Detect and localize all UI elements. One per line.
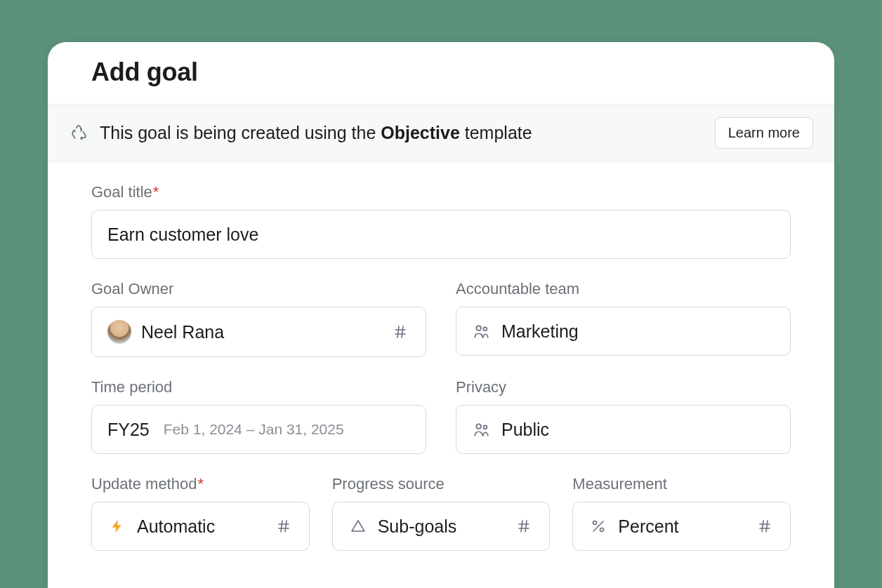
add-goal-modal: Add goal This goal is being created usin… (48, 42, 834, 588)
svg-line-11 (285, 521, 287, 532)
svg-line-10 (281, 521, 282, 532)
hash-icon (274, 516, 294, 536)
modal-title: Add goal (91, 58, 791, 87)
privacy-select[interactable]: Public (456, 405, 791, 454)
svg-line-14 (521, 521, 522, 532)
svg-point-18 (600, 528, 604, 532)
time-period-label: Time period (91, 378, 426, 396)
time-period-select[interactable]: FY25 Feb 1, 2024 – Jan 31, 2025 (91, 405, 426, 454)
svg-point-6 (476, 424, 481, 429)
hash-icon (514, 516, 534, 536)
learn-more-button[interactable]: Learn more (715, 117, 813, 149)
goal-title-input[interactable]: Earn customer love (91, 210, 791, 259)
goal-owner-select[interactable]: Neel Rana (91, 307, 426, 357)
progress-source-select[interactable]: Sub-goals (332, 502, 551, 551)
modal-header: Add goal (48, 42, 834, 104)
svg-line-2 (397, 326, 399, 338)
progress-source-label: Progress source (332, 475, 551, 493)
bolt-icon (107, 516, 127, 536)
avatar (107, 320, 131, 344)
people-icon (472, 321, 492, 341)
banner-text: This goal is being created using the Obj… (100, 121, 704, 145)
percent-icon (588, 516, 608, 536)
svg-point-17 (593, 521, 597, 525)
goal-title-label: Goal title* (91, 183, 791, 201)
hash-icon (390, 322, 410, 342)
goal-owner-label: Goal Owner (91, 280, 426, 298)
privacy-label: Privacy (456, 378, 791, 396)
svg-point-7 (483, 425, 487, 429)
people-icon (472, 420, 492, 439)
recycle-triangle-icon (69, 123, 88, 143)
measurement-label: Measurement (572, 475, 791, 493)
update-method-select[interactable]: Automatic (91, 502, 310, 551)
svg-point-5 (483, 327, 487, 330)
svg-line-16 (593, 521, 603, 531)
accountable-team-label: Accountable team (456, 280, 791, 298)
svg-line-3 (402, 326, 403, 338)
accountable-team-select[interactable]: Marketing (456, 307, 791, 356)
update-method-label: Update method* (91, 475, 310, 493)
form-area: Goal title* Earn customer love Goal Owne… (48, 162, 834, 572)
svg-point-4 (476, 326, 481, 330)
svg-line-22 (766, 521, 768, 532)
triangle-icon (348, 516, 368, 536)
svg-line-21 (762, 521, 763, 532)
template-banner: This goal is being created using the Obj… (48, 104, 834, 162)
measurement-select[interactable]: Percent (572, 502, 791, 551)
svg-line-15 (525, 521, 527, 532)
hash-icon (755, 516, 775, 536)
